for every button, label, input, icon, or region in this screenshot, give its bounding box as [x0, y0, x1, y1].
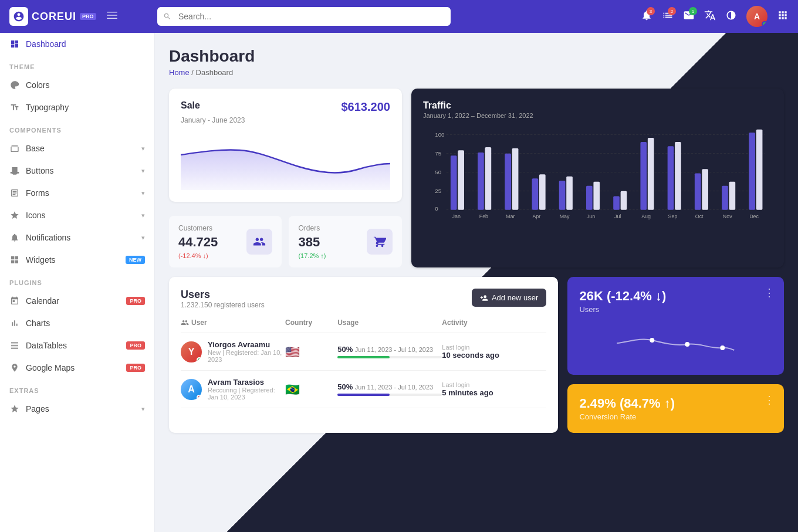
sidebar-item-dashboard[interactable]: Dashboard — [0, 33, 154, 55]
sidebar-item-googlemaps-label: Google Maps — [26, 363, 120, 372]
conversion-widget-menu[interactable]: ⋮ — [764, 394, 775, 406]
sidebar-item-colors[interactable]: Colors — [0, 74, 154, 96]
top-cards-row: Sale $613.200 January - June 2023 — [169, 89, 784, 267]
svg-rect-18 — [512, 148, 519, 210]
table-header: User Country Usage Activity — [181, 313, 546, 333]
avatar[interactable]: A — [746, 6, 767, 27]
page-header: Dashboard Home / Dashboard — [169, 47, 784, 77]
email-icon[interactable]: 1 — [683, 9, 695, 23]
svg-rect-31 — [695, 173, 701, 209]
svg-rect-0 — [107, 12, 117, 13]
icons-icon — [9, 210, 20, 221]
svg-text:Nov: Nov — [723, 214, 732, 219]
sidebar-item-googlemaps[interactable]: Google Maps PRO — [0, 357, 154, 379]
charts-icon — [9, 318, 20, 328]
typography-icon — [9, 102, 20, 113]
svg-rect-32 — [702, 169, 708, 209]
svg-text:Mar: Mar — [506, 214, 515, 219]
apps-grid-icon[interactable] — [777, 9, 789, 23]
orders-change: (17.2% ↑) — [298, 252, 326, 259]
add-user-button[interactable]: Add new user — [472, 289, 547, 307]
user-usage-2: 50% Jun 11, 2023 - Jul 10, 2023 — [337, 382, 442, 396]
theme-toggle-icon[interactable] — [725, 9, 737, 23]
sidebar-item-pages[interactable]: Pages ▾ — [0, 398, 154, 420]
svg-rect-33 — [722, 186, 728, 210]
sidebar-item-base[interactable]: Base ▾ — [0, 137, 154, 160]
svg-rect-13 — [451, 155, 457, 209]
users-sparkline — [579, 326, 772, 363]
bottom-row: Users 1.232.150 registered users Add new… — [169, 277, 784, 433]
customers-stat: Customers 44.725 (-12.4% ↓) — [169, 216, 282, 267]
customers-icon — [246, 229, 272, 255]
users-header: Users 1.232.150 registered users Add new… — [181, 289, 546, 309]
sale-card-header: Sale $613.200 — [181, 100, 390, 114]
datatables-icon — [9, 340, 20, 351]
icons-chevron-icon: ▾ — [141, 212, 145, 219]
notifications-nav-icon — [9, 232, 20, 243]
sidebar-item-icons[interactable]: Icons ▾ — [0, 204, 154, 226]
traffic-title: Traffic — [423, 100, 772, 111]
widgets-icon — [9, 255, 20, 265]
sidebar-item-buttons[interactable]: Buttons ▾ — [0, 160, 154, 182]
sidebar-item-charts-label: Charts — [26, 318, 145, 328]
tasks-icon[interactable]: 2 — [662, 9, 674, 23]
svg-text:Feb: Feb — [479, 214, 488, 219]
col-activity: Activity — [442, 318, 546, 327]
notifications-icon[interactable]: 3 — [641, 9, 652, 23]
sidebar-section-plugins: PLUGINS — [0, 271, 154, 290]
layout: Dashboard THEME Colors Typography COMPON… — [0, 33, 798, 532]
svg-rect-2 — [107, 18, 117, 19]
svg-text:Apr: Apr — [532, 214, 540, 219]
user-activity-2: Last login 5 minutes ago — [442, 381, 546, 397]
svg-text:Jun: Jun — [587, 214, 595, 219]
user-country-2: 🇧🇷 — [285, 382, 337, 397]
sidebar-toggle[interactable] — [107, 10, 117, 23]
col-user: User — [181, 318, 285, 327]
customers-label: Customers — [178, 224, 218, 232]
user-name-2: Avram Tarasios — [208, 378, 285, 387]
breadcrumb-home[interactable]: Home — [169, 68, 190, 77]
svg-rect-17 — [505, 154, 511, 210]
svg-rect-30 — [675, 142, 681, 210]
pages-chevron-icon: ▾ — [141, 405, 145, 413]
orders-label: Orders — [298, 224, 326, 232]
sidebar-item-notifications[interactable]: Notifications ▾ — [0, 226, 154, 249]
table-row: A Avram Tarasios Reccuring | Registered:… — [181, 371, 546, 408]
sidebar-item-calendar[interactable]: Calendar PRO — [0, 290, 154, 312]
svg-rect-36 — [756, 130, 763, 210]
notifications-badge: 3 — [647, 7, 655, 15]
sidebar-item-forms[interactable]: Forms ▾ — [0, 182, 154, 204]
svg-rect-14 — [458, 150, 464, 209]
logo-area: COREUI PRO — [9, 7, 150, 26]
sidebar-item-charts[interactable]: Charts — [0, 312, 154, 334]
svg-rect-34 — [729, 182, 735, 210]
customers-change: (-12.4% ↓) — [178, 252, 218, 259]
user-country-1: 🇺🇸 — [285, 345, 337, 359]
sidebar-section-components: COMPONENTS — [0, 118, 154, 137]
traffic-bar-chart: 100 75 50 25 0 — [423, 128, 772, 222]
tasks-badge: 2 — [668, 7, 676, 15]
googlemaps-badge: PRO — [126, 364, 145, 372]
translate-icon[interactable] — [704, 9, 716, 23]
svg-rect-29 — [668, 146, 674, 209]
svg-rect-20 — [539, 174, 546, 209]
datatables-badge: PRO — [126, 341, 145, 350]
search-input[interactable] — [157, 7, 451, 26]
sidebar-item-typography-label: Typography — [26, 103, 145, 112]
svg-text:25: 25 — [435, 188, 441, 194]
users-title: Users — [181, 289, 265, 301]
svg-rect-25 — [613, 196, 620, 210]
svg-rect-23 — [586, 186, 593, 210]
svg-rect-16 — [485, 147, 491, 210]
users-widget-menu[interactable]: ⋮ — [764, 286, 775, 299]
sidebar-item-datatables[interactable]: DataTables PRO — [0, 334, 154, 357]
topbar: COREUI PRO 3 2 1 A — [0, 0, 798, 33]
svg-rect-26 — [621, 191, 627, 210]
users-widget: ⋮ 26K (-12.4% ↓) Users — [567, 277, 784, 375]
base-chevron-icon: ▾ — [141, 145, 145, 153]
sidebar-item-dashboard-label: Dashboard — [26, 39, 145, 49]
sidebar-item-widgets[interactable]: Widgets NEW — [0, 249, 154, 271]
sidebar-item-typography[interactable]: Typography — [0, 96, 154, 118]
users-widget-label: Users — [579, 305, 772, 314]
col-usage: Usage — [337, 318, 442, 327]
